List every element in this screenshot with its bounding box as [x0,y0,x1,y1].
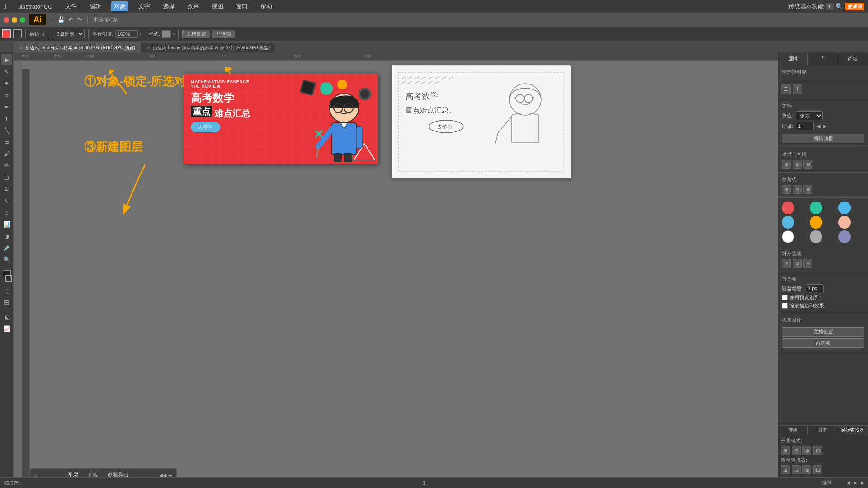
menu-edit[interactable]: 编辑 [87,1,104,11]
snap-bounds-checkbox[interactable] [782,295,788,300]
layer-panel-collapse-icon[interactable]: ◀◀ [159,473,166,478]
tab-2-close-icon[interactable]: ✕ [146,45,150,50]
zoom-display[interactable]: 66.67% [4,480,26,486]
ruler-icon2[interactable]: ⊟ [793,160,802,169]
layer-tab-layers[interactable]: 图层 [66,470,80,477]
screen-mode[interactable]: ⊟ [1,297,12,308]
direct-selection-tool[interactable]: ↖ [1,66,12,77]
guide-icon3[interactable]: ⊠ [803,185,812,194]
poster-cta-button[interactable]: 去学习 [191,122,220,132]
redo-icon[interactable]: ↷ [77,16,82,23]
line-tool[interactable]: ╲ [1,125,12,136]
rect-tool[interactable]: ▭ [1,136,12,147]
swatch-white[interactable] [782,230,794,243]
divide-icon[interactable]: ⊞ [781,465,790,474]
lasso-tool[interactable]: ⌾ [1,89,12,100]
guide-icon2[interactable]: ⊟ [793,185,802,194]
artboard-tool[interactable]: ⬕ [1,311,12,322]
pathfinder-tab[interactable]: 路径查找器 [838,426,868,435]
layer-tab-asset-export[interactable]: 资源导出 [105,470,131,477]
search-icon[interactable]: 🔍 [835,3,843,10]
eyedropper-tool[interactable]: 💉 [1,242,12,253]
artboard-input[interactable] [796,122,814,130]
menu-file[interactable]: 文件 [62,1,80,11]
menu-object[interactable]: 对象 [111,1,128,11]
unite-icon[interactable]: ⊞ [781,446,790,455]
swatch-lavender[interactable] [838,230,851,243]
artboard-tab[interactable]: 画板 [838,52,868,65]
tab-1-close-icon[interactable]: ✕ [19,45,23,50]
menu-select[interactable]: 选择 [160,1,177,11]
type-tool[interactable]: T [1,113,12,124]
appearance-icon[interactable]: Ξ [781,84,791,94]
rotate-tool[interactable]: ↻ [1,183,12,194]
swatch-light-blue[interactable] [838,202,851,214]
prev-artboard-icon[interactable]: ◀ [846,480,850,486]
tab-2[interactable]: ✕ 插边风-banner演示精本的副本.ai @ 67% (RGB/GPU 推监… [141,42,276,52]
crop-icon[interactable]: ⊡ [813,465,822,474]
swatch-peach[interactable] [838,216,851,229]
doc-settings-btn[interactable]: 文档设置 [182,30,210,38]
scale-tool[interactable]: ⤡ [1,195,12,206]
play-icon[interactable]: ▶ [861,480,864,486]
transform-tab[interactable]: 变换 [778,426,808,435]
edit-artboard-btn[interactable]: 编辑画板 [782,134,864,143]
eraser-tool[interactable]: ◻ [1,172,12,183]
library-tab[interactable]: 库 [808,52,838,65]
quick-preferences-btn[interactable]: 首选项 [782,338,864,348]
warp-tool[interactable]: ⌂ [1,207,12,218]
selection-tool[interactable]: ▶ [1,54,12,65]
close-button[interactable] [4,17,9,23]
preferences-btn[interactable]: 首选项 [212,30,235,38]
minimize-button[interactable] [12,17,17,23]
trim-icon[interactable]: ⊟ [792,465,801,474]
align-left-icon[interactable]: ⊡ [782,259,791,268]
menu-illustrator[interactable]: Illustrator CC [15,2,55,11]
opacity-input[interactable] [115,30,138,38]
intersect-icon[interactable]: ⊠ [802,446,811,455]
opacity-arrow[interactable]: › [140,31,142,37]
save-icon[interactable]: 💾 [57,16,65,23]
stroke-icon[interactable]: ↕ [42,31,45,37]
unit-select[interactable]: 像素 [796,111,823,120]
normal-mode[interactable]: ⬚ [1,285,12,296]
maximize-button[interactable] [20,17,25,23]
canvas-content[interactable]: ①对象-锁定-所选对象 ②窗口-图层打开图层窗口 ③新建图层 [22,61,778,477]
tab-1[interactable]: ✕ 插边风-banner演示精本.ai @ 66.67% (RGB/GPU 预览… [14,42,141,52]
layer-tab-artboards[interactable]: 画板 [85,470,100,477]
align-right-icon[interactable]: ⊡ [803,259,812,268]
artboard-prev-icon[interactable]: ◀ [816,123,820,129]
paintbrush-tool[interactable]: 🖌 [1,148,12,159]
chart-tool[interactable]: 📈 [1,323,12,334]
type-icon[interactable]: T [793,84,802,94]
exclude-icon[interactable]: ⊡ [813,446,822,455]
swatch-red[interactable] [782,202,794,214]
zoom-tool[interactable]: 🔍 [1,254,12,265]
artboard-next-icon[interactable]: ▶ [823,123,826,129]
layer-panel-menu-icon[interactable]: ☰ [168,473,173,478]
menu-window[interactable]: 窗口 [233,1,250,11]
minus-front-icon[interactable]: ⊟ [792,446,801,455]
swatch-teal[interactable] [810,202,822,214]
scale-strokes-label[interactable]: 缩放描边和效果 [782,302,864,309]
menu-view[interactable]: 视图 [209,1,226,11]
ruler-icon1[interactable]: ⊞ [782,160,791,169]
shape-dropdown[interactable]: 3点圆形 [53,30,85,38]
graph-tool[interactable]: 📊 [1,219,12,230]
menu-text[interactable]: 文字 [136,1,153,11]
keyboard-input[interactable] [806,284,824,292]
align-center-h-icon[interactable]: ⊠ [793,259,802,268]
magic-wand-tool[interactable]: ✦ [1,78,12,89]
gradient-tool[interactable]: ◑ [1,230,12,241]
quick-doc-settings-btn[interactable]: 文档设置 [782,327,864,337]
fill-color-swatch[interactable] [2,29,11,38]
menu-help[interactable]: 帮助 [258,1,275,11]
menu-effect[interactable]: 效果 [184,1,202,11]
swatch-sky-blue[interactable] [782,216,794,229]
style-arrow[interactable]: › [173,31,175,37]
swatch-gray[interactable] [810,230,822,243]
apple-icon[interactable]:  [4,2,6,10]
poster-artwork[interactable]: MATHEMATICS ESSENCE THE REVIEW 高考数学 重点 难… [184,74,378,164]
guide-icon1[interactable]: ⊞ [782,185,791,194]
swatch-orange[interactable] [810,216,822,229]
